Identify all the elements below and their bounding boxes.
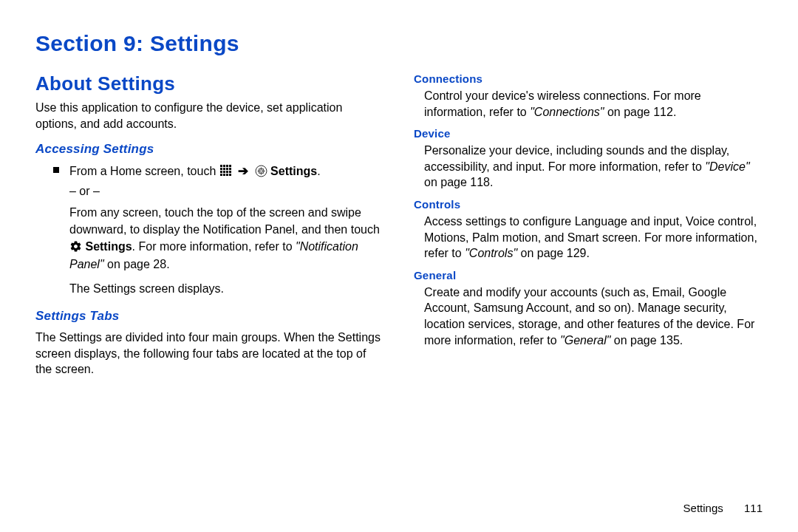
tab-body: Access settings to configure Language an…: [424, 214, 761, 262]
svg-rect-3: [226, 165, 228, 167]
tab-block-general: General Create and modify your accounts …: [414, 269, 761, 348]
tab-body: Create and modify your accounts (such as…: [424, 284, 761, 348]
text-fragment: on page 28.: [104, 258, 170, 270]
page-footer: Settings 111: [683, 502, 763, 514]
cross-ref-link[interactable]: "Controls": [465, 247, 517, 259]
bullet-content: From a Home screen, touch: [69, 163, 383, 297]
svg-rect-6: [223, 168, 225, 170]
text-fragment: Personalize your device, including sound…: [424, 144, 729, 173]
text-fragment: From any screen, touch the top of the sc…: [69, 206, 380, 236]
text-fragment: From a Home screen, touch: [69, 165, 219, 177]
svg-rect-1: [220, 165, 222, 167]
tab-block-connections: Connections Control your device's wirele…: [414, 72, 761, 120]
section-title: Section 9: Settings: [35, 31, 763, 56]
svg-rect-15: [226, 174, 228, 176]
svg-rect-4: [229, 165, 231, 167]
svg-point-17: [256, 166, 267, 177]
cross-ref-link[interactable]: "General": [560, 334, 610, 347]
tab-title: Device: [414, 127, 761, 140]
column-left: About Settings Use this application to c…: [35, 72, 383, 383]
two-column-layout: About Settings Use this application to c…: [35, 72, 763, 383]
tab-body: Personalize your device, including sound…: [424, 143, 761, 191]
tab-block-device: Device Personalize your device, includin…: [414, 127, 761, 191]
svg-line-25: [262, 169, 263, 170]
text-fragment: on page 135.: [610, 334, 683, 347]
tab-body: Control your device's wireless connectio…: [424, 88, 761, 120]
tab-title: Connections: [414, 72, 761, 85]
tab-title: Controls: [414, 198, 761, 211]
svg-rect-12: [229, 171, 231, 173]
svg-rect-13: [220, 174, 222, 176]
heading-about-settings: About Settings: [35, 72, 383, 95]
svg-rect-14: [223, 174, 225, 176]
settings-label: Settings: [85, 240, 132, 253]
settings-label: Settings: [270, 165, 317, 177]
svg-rect-2: [223, 165, 225, 167]
bullet-icon: [53, 167, 59, 173]
accessing-para2: From any screen, touch the top of the sc…: [69, 204, 383, 273]
cross-ref-link[interactable]: "Connections": [530, 106, 604, 118]
svg-rect-5: [220, 168, 222, 170]
heading-accessing-settings: Accessing Settings: [35, 142, 383, 157]
or-line: – or –: [69, 183, 383, 200]
settings-gear-outline-icon: [255, 165, 267, 177]
text-fragment: on page 118.: [424, 176, 493, 188]
tab-title: General: [414, 269, 761, 282]
svg-rect-16: [229, 174, 231, 176]
text-fragment: on page 112.: [604, 106, 676, 118]
svg-line-23: [262, 173, 263, 174]
svg-rect-7: [226, 168, 228, 170]
cross-ref-link[interactable]: "Device": [705, 160, 749, 173]
document-page: Section 9: Settings About Settings Use t…: [0, 0, 798, 532]
bullet-row: From a Home screen, touch: [53, 163, 383, 297]
about-intro-text: Use this application to configure the de…: [35, 100, 383, 132]
arrow-right-icon: ➔: [238, 163, 248, 181]
accessing-para3: The Settings screen displays.: [69, 280, 383, 297]
footer-section-label: Settings: [683, 502, 723, 514]
apps-grid-icon: [219, 164, 232, 177]
footer-page-number: 111: [744, 502, 763, 514]
text-fragment: .: [317, 165, 320, 177]
column-right: Connections Control your device's wirele…: [414, 72, 761, 383]
svg-rect-8: [229, 168, 231, 170]
svg-line-24: [259, 173, 259, 174]
heading-settings-tabs: Settings Tabs: [35, 309, 383, 324]
tab-block-controls: Controls Access settings to configure La…: [414, 198, 761, 262]
svg-rect-11: [226, 171, 228, 173]
settings-gear-solid-icon: [69, 240, 82, 253]
text-fragment: on page 129.: [517, 247, 590, 259]
svg-rect-9: [220, 171, 222, 173]
text-fragment: . For more information, refer to: [132, 240, 296, 253]
svg-line-22: [259, 169, 259, 170]
svg-rect-10: [223, 171, 225, 173]
tabs-intro-text: The Settings are divided into four main …: [35, 330, 383, 378]
